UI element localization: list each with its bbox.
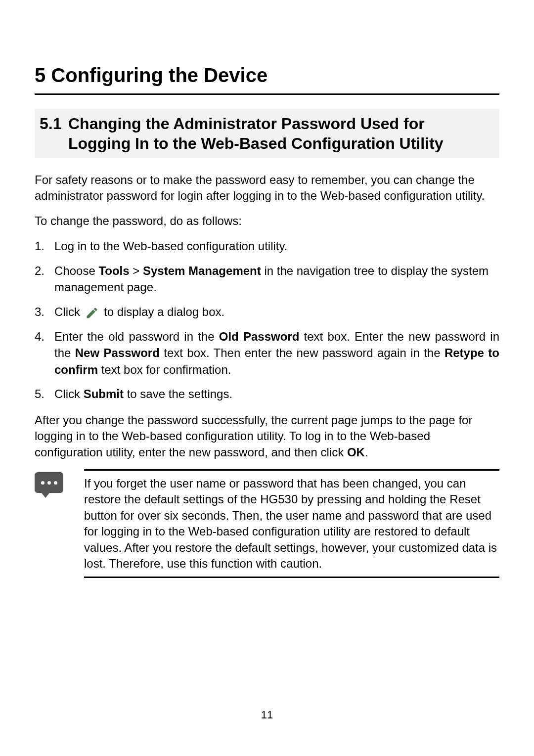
intro-paragraph-2: To change the password, do as follows: xyxy=(35,213,499,229)
step-text: Click xyxy=(54,387,84,400)
section-heading: 5.1Changing the Administrator Password U… xyxy=(35,109,499,158)
bold-text: System Management xyxy=(143,264,261,277)
after-paragraph: After you change the password successful… xyxy=(35,412,499,460)
step-item: Log in to the Web-based configuration ut… xyxy=(35,238,499,255)
step-text: Log in to the Web-based configuration ut… xyxy=(54,239,287,253)
note-block: If you forget the user name or password … xyxy=(35,469,499,578)
step-text: Enter the old password in the xyxy=(54,330,219,343)
chapter-heading: 5 Configuring the Device xyxy=(35,64,499,95)
note-icon-column xyxy=(35,469,69,578)
step-text: text box. Then enter the new password ag… xyxy=(160,346,445,359)
dot-icon xyxy=(47,481,51,485)
step-text: > xyxy=(130,264,143,277)
pencil-icon xyxy=(85,306,99,320)
section-number: 5.1 xyxy=(40,114,68,133)
manual-page: 5 Configuring the Device 5.1Changing the… xyxy=(0,0,534,578)
step-text: Choose xyxy=(54,264,98,277)
step-item: Enter the old password in the Old Passwo… xyxy=(35,328,499,378)
step-item: Click to display a dialog box. xyxy=(35,304,499,320)
bold-text: Old Password xyxy=(219,330,300,343)
step-text: text box for confirmation. xyxy=(98,363,231,376)
after-text: . xyxy=(365,445,368,459)
dot-icon xyxy=(41,481,44,485)
bold-text: Tools xyxy=(98,264,129,277)
step-text: Click xyxy=(54,304,80,320)
intro-paragraph: For safety reasons or to make the passwo… xyxy=(35,172,499,204)
steps-list: Log in to the Web-based configuration ut… xyxy=(35,238,499,402)
section-title: Changing the Administrator Password Used… xyxy=(68,114,490,153)
bold-text: New Password xyxy=(75,346,160,359)
page-number: 11 xyxy=(0,709,534,721)
note-icon xyxy=(35,472,63,493)
bold-text: Submit xyxy=(84,387,124,400)
step-item: Click Submit to save the settings. xyxy=(35,386,499,402)
step-item: Choose Tools > System Management in the … xyxy=(35,263,499,296)
bold-text: OK xyxy=(347,445,365,459)
after-text: After you change the password successful… xyxy=(35,413,472,459)
step-text: to display a dialog box. xyxy=(104,304,224,320)
step-text: to save the settings. xyxy=(124,387,232,400)
note-text: If you forget the user name or password … xyxy=(84,469,499,578)
dot-icon xyxy=(54,481,57,485)
